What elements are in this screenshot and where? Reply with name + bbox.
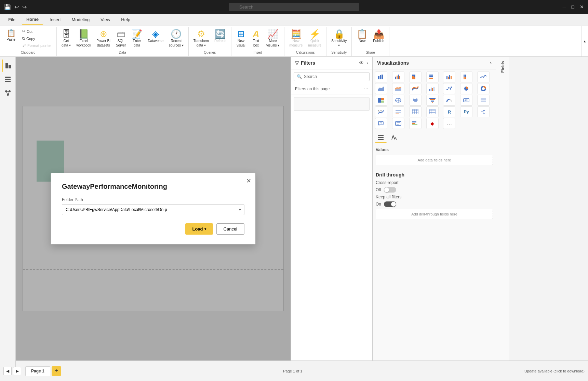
recent-sources-icon: 🕐	[171, 29, 182, 38]
page-1-tab[interactable]: Page 1	[25, 366, 50, 376]
viz-funnel[interactable]	[426, 95, 439, 106]
menu-modeling[interactable]: Modeling	[67, 15, 95, 24]
viz-clustered-bar[interactable]	[392, 71, 404, 82]
filters-more-icon[interactable]: ⋯	[364, 87, 368, 91]
paste-button[interactable]: 📋 Paste	[3, 28, 19, 43]
sidebar-data-view[interactable]	[2, 73, 14, 86]
values-drop-zone[interactable]: Add data fields here	[376, 155, 493, 165]
add-page-btn[interactable]: +	[52, 366, 61, 376]
copy-button[interactable]: ⧉ Copy	[21, 35, 54, 42]
undo-icon[interactable]: ↩	[14, 4, 19, 10]
viz-scatter[interactable]	[443, 83, 455, 94]
viz-slicer[interactable]	[392, 106, 404, 117]
dataverse-button[interactable]: ◈ Dataverse	[146, 28, 165, 44]
viz-line-chart[interactable]	[477, 71, 490, 82]
cut-button[interactable]: ✂ Cut	[21, 28, 54, 35]
sensitivity-button[interactable]: 🔒 Sensitivity ▾	[329, 28, 349, 49]
viz-100-stacked-col[interactable]	[460, 71, 472, 82]
quick-measure-button[interactable]: ⚡ Quick measure	[306, 28, 323, 49]
new-measure-button[interactable]: 🧮 New measure	[287, 28, 305, 49]
redo-icon[interactable]: ↪	[22, 4, 27, 10]
viz-ribbon-chart[interactable]	[409, 83, 422, 94]
save-icon[interactable]: 💾	[4, 4, 11, 10]
viz-stacked-bar[interactable]	[375, 71, 387, 82]
refresh-button[interactable]: 🔄 Refresh	[212, 28, 228, 44]
queries-label: Queries	[204, 51, 216, 54]
update-available[interactable]: Update available (click to download)	[524, 369, 585, 373]
filters-search-input[interactable]	[304, 74, 366, 79]
sql-button[interactable]: 🗃 SQL Server	[114, 28, 128, 49]
transform-data-button[interactable]: ⚙ Transform data ▾	[191, 28, 211, 49]
maximize-btn[interactable]: □	[572, 4, 574, 10]
menu-file[interactable]: File	[3, 15, 20, 24]
filters-eye-icon[interactable]: 👁	[359, 60, 364, 66]
viz-filled-map[interactable]	[409, 95, 422, 106]
page-next-btn[interactable]: ▶	[13, 367, 21, 375]
filters-expand-icon[interactable]: ›	[366, 60, 368, 66]
viz-tab-fields[interactable]	[375, 133, 387, 143]
menu-insert[interactable]: Insert	[45, 15, 66, 24]
get-data-button[interactable]: 🗄 Get data ▾	[59, 28, 73, 49]
keep-filters-toggle[interactable]	[384, 201, 396, 207]
drill-through-drop-zone[interactable]: Add drill-through fields here	[376, 209, 493, 219]
cross-report-toggle[interactable]	[384, 187, 396, 193]
keep-filters-on-label: On	[376, 202, 381, 207]
minimize-btn[interactable]: ─	[563, 4, 566, 10]
viz-area-chart[interactable]	[375, 83, 387, 94]
viz-waterfall[interactable]	[426, 83, 439, 94]
menu-help[interactable]: Help	[116, 15, 135, 24]
viz-r-script[interactable]: R	[443, 106, 455, 117]
pbi-datasets-button[interactable]: ⊛ Power BI datasets	[94, 28, 112, 49]
new-button[interactable]: 📋 New	[355, 28, 370, 44]
viz-qa[interactable]: ?	[375, 118, 387, 129]
menu-view[interactable]: View	[96, 15, 115, 24]
page-nav: ◀ ▶	[3, 367, 21, 375]
viz-treemap[interactable]	[375, 95, 387, 106]
viz-diamond[interactable]: ◆	[426, 118, 439, 129]
cancel-button[interactable]: Cancel	[216, 223, 244, 235]
page-prev-btn[interactable]: ◀	[3, 367, 12, 375]
svg-rect-26	[448, 77, 449, 79]
viz-decomp-tree[interactable]	[477, 106, 490, 117]
text-box-button[interactable]: A Text box	[249, 28, 263, 49]
dataverse-icon: ◈	[152, 29, 159, 38]
viz-map-visual[interactable]	[392, 95, 404, 106]
sidebar-report-view[interactable]	[2, 60, 14, 72]
viz-stacked-col[interactable]	[426, 71, 439, 82]
viz-kpi[interactable]: KPI	[375, 106, 387, 117]
folder-path-select[interactable]: C:\Users\PBIEgwService\AppData\Local\Mic…	[62, 204, 244, 215]
viz-matrix[interactable]	[426, 106, 439, 117]
sidebar-model-view[interactable]	[2, 87, 14, 99]
publish-button[interactable]: 📤 Publish	[371, 28, 386, 44]
viz-pie-chart[interactable]	[460, 83, 472, 94]
viz-multi-row-card[interactable]	[477, 95, 490, 106]
new-visual-button[interactable]: ⊞ New visual	[234, 28, 248, 49]
viz-smart-narr[interactable]	[392, 118, 404, 129]
svg-rect-11	[378, 76, 379, 79]
menu-home[interactable]: Home	[22, 15, 43, 25]
viz-clustered-col[interactable]	[443, 71, 455, 82]
viz-more-btn[interactable]: …	[443, 118, 455, 129]
fields-tab[interactable]: Fields	[498, 57, 508, 77]
viz-gauge[interactable]	[443, 95, 455, 106]
viz-table[interactable]	[409, 106, 422, 117]
recent-sources-button[interactable]: 🕐 Recent sources ▾	[167, 28, 186, 49]
viz-100-stacked-bar[interactable]	[409, 71, 422, 82]
enter-data-button[interactable]: 📝 Enter data	[129, 28, 144, 49]
viz-card[interactable]: 42	[460, 95, 472, 106]
load-button[interactable]: Load ▾	[185, 223, 213, 235]
viz-expand-icon[interactable]: ›	[490, 60, 492, 66]
viz-donut-chart[interactable]	[477, 83, 490, 94]
close-btn[interactable]: ✕	[580, 4, 584, 10]
viz-stacked-area[interactable]	[392, 83, 404, 94]
viz-python[interactable]: Py	[460, 106, 472, 117]
ribbon-scroll-btn[interactable]: ▲	[581, 26, 588, 56]
excel-button[interactable]: 📗 Excel workbook	[75, 28, 93, 49]
viz-bar-race[interactable]	[409, 118, 422, 129]
more-visuals-button[interactable]: 📈 More visuals ▾	[264, 28, 281, 49]
viz-tab-format[interactable]	[388, 133, 400, 143]
modal-close-btn[interactable]: ✕	[246, 177, 251, 185]
load-dropdown-icon[interactable]: ▾	[204, 227, 206, 231]
format-painter-button[interactable]: 🖌 Format painter	[21, 42, 54, 49]
title-search-input[interactable]	[229, 3, 359, 11]
